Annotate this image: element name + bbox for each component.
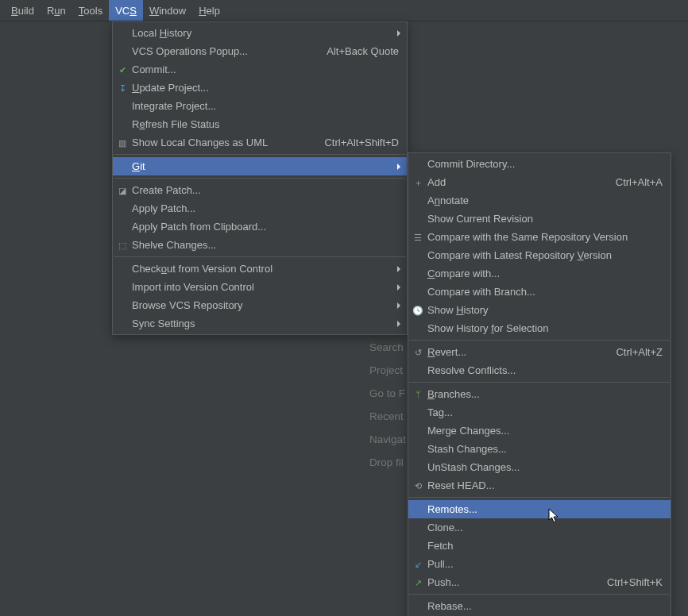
uml-icon: ▥ (116, 137, 129, 149)
item-add[interactable]: ＋ AddCtrl+Alt+A (408, 173, 671, 191)
separator (409, 382, 670, 383)
pull-icon: ↙ (412, 558, 424, 571)
welcome-navigation: Navigat (369, 433, 406, 445)
patch-icon: ◪ (116, 184, 129, 197)
item-show-current-revision[interactable]: Show Current Revision (408, 210, 671, 228)
commit-icon: ✔ (116, 64, 129, 76)
revert-icon: ↺ (412, 346, 424, 359)
menu-vcs[interactable]: VCS (109, 0, 143, 21)
diff-icon: ☰ (412, 231, 424, 244)
update-icon: ↧ (116, 82, 129, 94)
item-browse-vcs-repo[interactable]: Browse VCS Repository (113, 296, 407, 314)
item-import-into-vc[interactable]: Import into Version Control (113, 278, 407, 296)
item-commit[interactable]: ✔ Commit... (113, 60, 407, 79)
item-branches[interactable]: ᛘ Branches... (408, 385, 671, 403)
item-unstash-changes[interactable]: UnStash Changes... (408, 458, 671, 476)
item-show-history-for-selection[interactable]: Show History for Selection (408, 319, 671, 337)
item-vcs-operations-popup[interactable]: VCS Operations Popup...Alt+Back Quote (113, 42, 407, 60)
item-resolve-conflicts[interactable]: Resolve Conflicts... (408, 361, 671, 379)
reset-icon: ⟲ (412, 479, 424, 492)
separator (409, 497, 670, 498)
item-fetch[interactable]: Fetch (408, 537, 671, 555)
item-integrate-project: Integrate Project... (113, 97, 407, 115)
item-update-project[interactable]: ↧ Update Project... (113, 79, 407, 97)
item-revert[interactable]: ↺ Revert...Ctrl+Alt+Z (408, 343, 671, 361)
item-refresh-file-status[interactable]: Refresh File Status (113, 115, 407, 133)
item-pull[interactable]: ↙ Pull... (408, 555, 671, 573)
separator (114, 154, 406, 155)
menu-window[interactable]: Window (143, 0, 192, 21)
separator (409, 594, 670, 595)
item-shelve-changes[interactable]: ⬚ Shelve Changes... (113, 236, 407, 254)
item-show-history[interactable]: 🕓 Show History (408, 301, 671, 319)
item-apply-patch[interactable]: Apply Patch... (113, 199, 407, 218)
item-compare-latest-repo[interactable]: Compare with Latest Repository Version (408, 246, 671, 264)
item-stash-changes[interactable]: Stash Changes... (408, 440, 671, 458)
item-compare-with[interactable]: Compare with... (408, 264, 671, 283)
welcome-drop-files: Drop fil (369, 456, 406, 468)
item-create-patch[interactable]: ◪ Create Patch... (113, 181, 407, 199)
welcome-panel: Search Project Go to F Recent Navigat Dr… (369, 341, 406, 468)
separator (114, 178, 406, 179)
item-remotes[interactable]: Remotes... (408, 500, 671, 518)
item-merge-changes[interactable]: Merge Changes... (408, 422, 671, 440)
welcome-search: Search (369, 341, 406, 353)
item-reset-head[interactable]: ⟲ Reset HEAD... (408, 476, 671, 495)
item-commit-directory[interactable]: Commit Directory... (408, 155, 671, 173)
item-push[interactable]: ↗ Push...Ctrl+Shift+K (408, 573, 671, 591)
welcome-recent: Recent (369, 410, 406, 422)
git-submenu: Commit Directory... ＋ AddCtrl+Alt+A Anno… (408, 152, 671, 616)
item-compare-same-repo[interactable]: ☰ Compare with the Same Repository Versi… (408, 228, 671, 246)
item-rebase[interactable]: Rebase... (408, 597, 671, 615)
menu-build[interactable]: Build (5, 0, 41, 21)
submenu-arrow-icon (397, 302, 400, 309)
menu-tools[interactable]: Tools (72, 0, 109, 21)
item-clone[interactable]: Clone... (408, 518, 671, 537)
welcome-project: Project (369, 364, 406, 376)
item-git[interactable]: Git (113, 157, 407, 175)
item-annotate[interactable]: Annotate (408, 191, 671, 210)
submenu-arrow-icon (397, 30, 400, 37)
submenu-arrow-icon (397, 266, 400, 272)
item-apply-patch-clipboard[interactable]: Apply Patch from Clipboard... (113, 218, 407, 236)
separator (114, 256, 406, 257)
item-sync-settings[interactable]: Sync Settings (113, 314, 407, 333)
menubar: Build Run Tools VCS Window Help (0, 0, 688, 21)
separator (409, 340, 670, 341)
item-show-local-changes-uml[interactable]: ▥ Show Local Changes as UMLCtrl+Alt+Shif… (113, 133, 407, 152)
submenu-arrow-icon (397, 284, 400, 291)
submenu-arrow-icon (397, 164, 400, 170)
add-icon: ＋ (412, 176, 424, 189)
item-tag[interactable]: Tag... (408, 403, 671, 422)
shelve-icon: ⬚ (116, 239, 129, 252)
item-checkout-from-vc[interactable]: Checkout from Version Control (113, 260, 407, 278)
item-compare-with-branch[interactable]: Compare with Branch... (408, 283, 671, 301)
submenu-arrow-icon (397, 321, 400, 327)
push-icon: ↗ (412, 576, 424, 589)
menu-run[interactable]: Run (41, 0, 72, 21)
branch-icon: ᛘ (412, 388, 424, 401)
item-local-history[interactable]: Local History (113, 24, 407, 42)
welcome-go-to-file: Go to F (369, 387, 406, 399)
history-icon: 🕓 (412, 304, 424, 317)
menu-help[interactable]: Help (192, 0, 226, 21)
vcs-dropdown: Local History VCS Operations Popup...Alt… (112, 21, 408, 335)
